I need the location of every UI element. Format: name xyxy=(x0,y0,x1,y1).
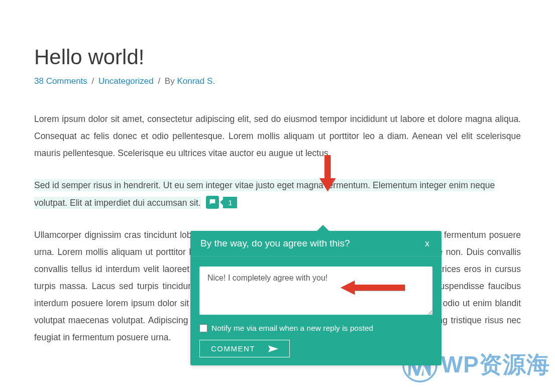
highlighted-paragraph-wrap: Sed id semper risus in hendrerit. Ut eu … xyxy=(34,177,521,211)
body-paragraph: Lorem ipsum dolor sit amet, consectetur … xyxy=(34,110,521,162)
by-label: By xyxy=(165,76,175,86)
notify-label: Notify me via email when a new reply is … xyxy=(211,324,373,333)
popup-close-button[interactable]: x xyxy=(423,238,431,249)
popup-prompt: By the way, do you agree with this? xyxy=(200,238,350,249)
highlighted-text[interactable]: Sed id semper risus in hendrerit. Ut eu … xyxy=(34,179,495,208)
inline-comment-count: 1 xyxy=(223,197,237,208)
meta-separator: / xyxy=(158,76,162,86)
submit-label: COMMENT xyxy=(211,344,255,353)
inline-comment-popup: By the way, do you agree with this? x No… xyxy=(190,231,441,365)
comment-textarea[interactable] xyxy=(199,267,432,315)
watermark-text: WP资源海 xyxy=(441,349,550,380)
notify-row[interactable]: Notify me via email when a new reply is … xyxy=(199,324,432,333)
send-icon xyxy=(268,345,278,352)
inline-comment-badge[interactable]: 1 xyxy=(206,196,237,209)
submit-comment-button[interactable]: COMMENT xyxy=(199,340,290,357)
meta-separator: / xyxy=(92,76,96,86)
notify-checkbox[interactable] xyxy=(199,324,207,332)
popup-header: By the way, do you agree with this? x xyxy=(190,231,441,256)
page-title: Hello world! xyxy=(34,45,521,69)
post-meta: 38 Comments / Uncategorized / By Konrad … xyxy=(34,76,521,86)
svg-marker-4 xyxy=(268,345,278,352)
category-link[interactable]: Uncategorized xyxy=(98,76,154,86)
chat-bubble-icon xyxy=(206,196,219,209)
popup-body: Notify me via email when a new reply is … xyxy=(190,256,441,365)
author-link[interactable]: Konrad S. xyxy=(177,76,215,86)
comments-count-link[interactable]: 38 Comments xyxy=(34,76,87,86)
